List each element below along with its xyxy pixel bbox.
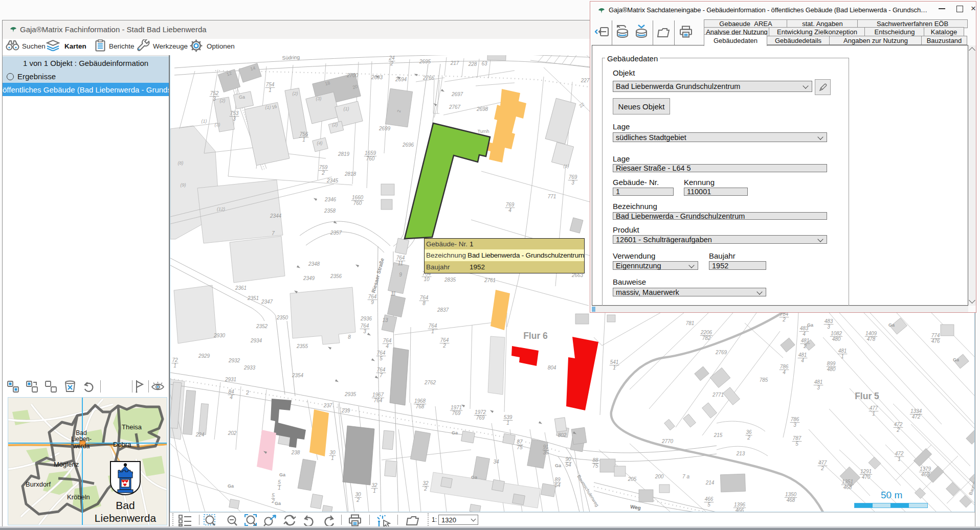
svg-text:215: 215 [714, 432, 723, 438]
svg-text:239: 239 [341, 408, 350, 413]
svg-text:(3): (3) [316, 96, 322, 101]
svg-text:2357: 2357 [330, 230, 342, 236]
svg-text:2929: 2929 [198, 353, 210, 359]
svg-text:2361: 2361 [235, 285, 247, 291]
svg-text:1: 1 [373, 488, 376, 494]
svg-text:34: 34 [493, 459, 499, 465]
svg-text:2930: 2930 [213, 333, 226, 338]
svg-text:764: 764 [377, 367, 386, 373]
svg-text:481: 481 [798, 352, 807, 358]
svg-text:228: 228 [468, 61, 477, 67]
svg-text:3: 3 [827, 324, 830, 330]
svg-text:481: 481 [801, 338, 810, 343]
svg-text:(8): (8) [178, 160, 184, 166]
svg-text:769: 769 [569, 174, 577, 180]
svg-text:Ga: Ga [279, 472, 286, 477]
svg-text:1396: 1396 [734, 502, 746, 508]
svg-text:2: 2 [390, 61, 393, 66]
svg-text:1660: 1660 [352, 195, 364, 200]
svg-text:Bad: Bad [116, 499, 135, 511]
svg-text:75: 75 [592, 463, 598, 469]
svg-text:72: 72 [172, 357, 178, 363]
svg-text:481: 481 [838, 348, 847, 354]
svg-text:756: 756 [300, 131, 308, 137]
svg-text:(3): (3) [215, 122, 220, 127]
svg-text:1: 1 [331, 455, 334, 461]
svg-text:2695: 2695 [419, 59, 431, 64]
svg-text:785: 785 [760, 377, 768, 383]
svg-text:1: 1 [302, 137, 305, 143]
svg-text:75: 75 [517, 445, 523, 450]
svg-text:764: 764 [361, 323, 369, 329]
svg-text:84: 84 [228, 389, 234, 395]
svg-text:Ga: Ga [555, 463, 562, 468]
svg-text:1379: 1379 [920, 466, 931, 472]
svg-text:Baumschul: Baumschul [968, 472, 975, 495]
svg-text:2352: 2352 [256, 324, 268, 329]
svg-text:1: 1 [841, 354, 844, 359]
svg-text:774: 774 [931, 333, 940, 338]
svg-text:759: 759 [319, 165, 328, 170]
svg-text:1968: 1968 [414, 398, 426, 404]
svg-text:2761: 2761 [484, 278, 496, 283]
svg-text:Baumschulenweg: Baumschulenweg [576, 474, 599, 508]
svg-text:11: 11 [391, 291, 396, 296]
svg-text:Flur 5: Flur 5 [855, 391, 879, 401]
svg-text:782: 782 [702, 335, 711, 341]
svg-text:466: 466 [705, 496, 714, 502]
svg-text:2350: 2350 [276, 315, 288, 320]
svg-text:781: 781 [686, 320, 695, 326]
svg-text:1291: 1291 [860, 469, 872, 474]
svg-text:2: 2 [271, 498, 275, 504]
svg-text:2762: 2762 [424, 380, 436, 385]
svg-text:2: 2 [442, 343, 446, 349]
svg-text:752: 752 [210, 90, 219, 96]
svg-text:Ga: Ga [239, 95, 245, 100]
svg-text:2344: 2344 [270, 213, 282, 219]
svg-text:764: 764 [429, 323, 437, 329]
svg-text:1: 1 [872, 411, 875, 417]
svg-text:2936: 2936 [360, 316, 372, 321]
svg-text:7: 7 [272, 231, 275, 236]
svg-text:24: 24 [388, 55, 395, 61]
svg-text:224: 224 [195, 432, 205, 437]
svg-text:2: 2 [246, 390, 249, 396]
svg-text:5: 5 [380, 356, 383, 361]
svg-text:30: 30 [329, 450, 336, 455]
svg-text:91: 91 [543, 444, 548, 450]
svg-text:Theisa: Theisa [122, 423, 142, 431]
svg-text:1: 1 [173, 363, 176, 368]
svg-text:90: 90 [565, 456, 571, 462]
svg-text:769: 769 [476, 415, 485, 421]
svg-text:764: 764 [377, 350, 386, 356]
svg-text:(1): (1) [344, 106, 349, 111]
svg-text:764: 764 [396, 255, 405, 261]
svg-text:1: 1 [898, 456, 901, 462]
svg-text:472: 472 [895, 451, 904, 456]
svg-text:786: 786 [791, 417, 799, 422]
svg-text:214: 214 [705, 480, 715, 486]
svg-text:1351: 1351 [842, 479, 853, 485]
svg-text:480: 480 [827, 366, 836, 372]
svg-text:(2): (2) [220, 98, 226, 103]
svg-text:Turnh: Turnh [477, 129, 489, 134]
svg-text:30: 30 [355, 492, 361, 497]
svg-text:2819: 2819 [338, 151, 350, 157]
svg-text:466: 466 [736, 508, 744, 512]
svg-text:4: 4 [230, 395, 233, 400]
svg-text:472: 472 [912, 414, 921, 420]
svg-text:4: 4 [783, 370, 786, 375]
svg-text:2693: 2693 [371, 75, 383, 80]
svg-text:760: 760 [366, 156, 375, 162]
svg-text:237: 237 [323, 403, 332, 408]
svg-text:787: 787 [793, 435, 801, 441]
svg-text:786: 786 [780, 364, 789, 370]
svg-text:1: 1 [269, 87, 272, 93]
svg-text:7: 7 [380, 373, 383, 378]
svg-text:480: 480 [832, 336, 841, 342]
svg-text:2348: 2348 [308, 261, 320, 267]
svg-text:3: 3 [363, 329, 366, 334]
svg-text:13: 13 [382, 317, 388, 323]
svg-text:768: 768 [416, 404, 425, 409]
svg-text:Kröbeln: Kröbeln [67, 493, 90, 501]
